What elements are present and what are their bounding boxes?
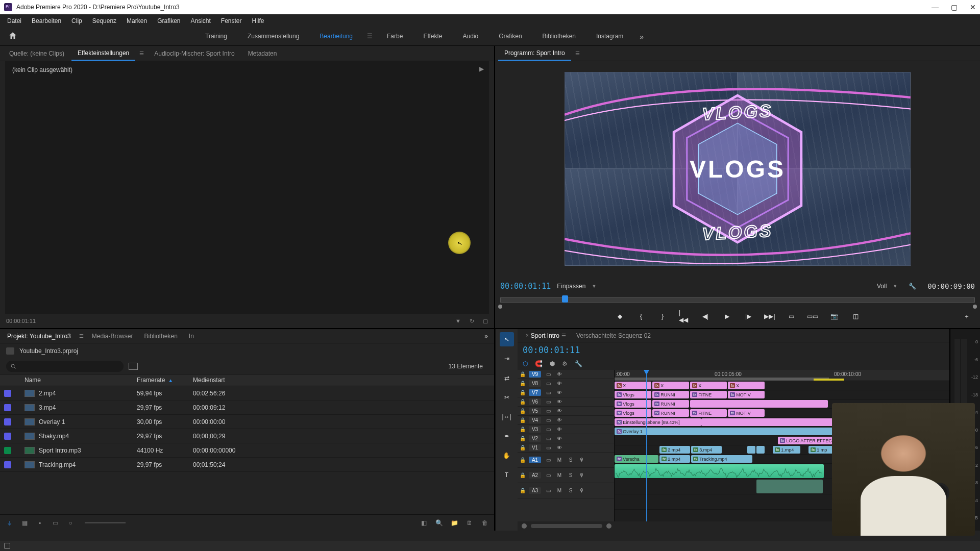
video-track-header[interactable]: 🔒V4▭👁	[518, 416, 614, 425]
step-forward-button[interactable]: |▶	[743, 311, 753, 321]
ripple-tool[interactable]: ⇄	[500, 371, 514, 385]
toggle-output-icon[interactable]: 👁	[555, 371, 564, 377]
tab-programm[interactable]: Programm: Sport Intro	[498, 46, 571, 61]
tab-bibliotheken[interactable]: Bibliotheken	[139, 330, 182, 342]
sync-lock-icon[interactable]: ▭	[544, 445, 552, 450]
sort-icon[interactable]: ▭	[51, 519, 59, 527]
voice-icon[interactable]: 🎙	[578, 472, 586, 478]
track-name[interactable]: V2	[529, 435, 541, 442]
video-track-header[interactable]: 🔒V5▭👁	[518, 407, 614, 416]
sync-lock-icon[interactable]: ▭	[544, 417, 552, 423]
track-name[interactable]: V6	[529, 398, 541, 405]
project-row[interactable]: Shaky.mp4 29,97 fps 00;00;00;29	[0, 429, 494, 443]
tab-in[interactable]: In	[184, 330, 199, 342]
video-track-header[interactable]: 🔒V1▭👁	[518, 443, 614, 453]
lock-icon[interactable]: 🔒	[520, 371, 526, 377]
lock-icon[interactable]: 🔒	[520, 427, 526, 432]
timeline-clip[interactable]	[756, 446, 765, 454]
sync-lock-icon[interactable]: ▭	[544, 472, 552, 478]
playhead-handle[interactable]	[562, 295, 568, 303]
video-track-header[interactable]: 🔒V9▭👁	[518, 370, 614, 379]
export-icon[interactable]: ▢	[483, 318, 488, 324]
toggle-output-icon[interactable]: 👁	[555, 427, 564, 432]
label-chip[interactable]	[4, 461, 11, 468]
project-row[interactable]: 3.mp4 29,97 fps 00:00:09:12	[0, 400, 494, 415]
program-monitor[interactable]: VLOGS VLOGS VLOGS	[495, 61, 980, 276]
video-track-header[interactable]: 🔒V2▭👁	[518, 434, 614, 443]
icon-view-icon[interactable]: ▦	[20, 519, 29, 527]
timeline-clip[interactable]	[701, 418, 844, 426]
mute-button[interactable]: M	[555, 472, 564, 478]
settings-icon[interactable]: 🔧	[909, 283, 916, 290]
toggle-output-icon[interactable]: 👁	[555, 381, 564, 386]
timeline-clip[interactable]: fxTracking.mp4	[691, 455, 752, 463]
snap-icon[interactable]: ⬡	[523, 360, 528, 367]
extract-button[interactable]: ▭▭	[807, 311, 818, 321]
timeline-clip[interactable]: fxFITNE	[690, 409, 727, 417]
col-medienstart[interactable]: Medienstart	[193, 377, 264, 384]
workspace-bearbeitung[interactable]: Bearbeitung	[310, 29, 362, 45]
video-track-header[interactable]: 🔒V7▭👁	[518, 388, 614, 397]
mute-button[interactable]: M	[555, 457, 564, 463]
toggle-output-icon[interactable]: 👁	[555, 390, 564, 395]
toggle-output-icon[interactable]: 👁	[555, 399, 564, 405]
work-area-bar[interactable]	[615, 378, 829, 381]
workspace-bibliotheken[interactable]: Bibliotheken	[533, 29, 585, 45]
timeline-clip[interactable]: fxRUNNI	[652, 400, 689, 408]
workspace-zusammenstellung[interactable]: Zusammenstellung	[238, 29, 308, 45]
track-name[interactable]: V8	[529, 380, 541, 387]
timeline-clip[interactable]: fxRUNNI	[652, 409, 689, 417]
expand-icon[interactable]: ▶	[479, 65, 484, 72]
sync-lock-icon[interactable]: ▭	[544, 371, 552, 377]
video-track-header[interactable]: 🔒V6▭👁	[518, 397, 614, 407]
timeline-clip[interactable]: fxFITNE	[690, 391, 727, 398]
tab-media-browser[interactable]: Media-Browser	[87, 330, 138, 342]
maximize-button[interactable]: ▢	[951, 3, 958, 11]
add-marker-icon[interactable]: ⬢	[550, 360, 555, 367]
timeline-clip[interactable]	[756, 480, 823, 493]
solo-button[interactable]: S	[567, 457, 575, 463]
track-name[interactable]: V3	[529, 426, 541, 433]
video-track-header[interactable]: 🔒V3▭👁	[518, 425, 614, 434]
sync-lock-icon[interactable]: ▭	[544, 390, 552, 395]
tab-metadaten[interactable]: Metadaten	[242, 47, 283, 60]
settings-icon[interactable]: ⚙	[562, 360, 568, 367]
lock-icon[interactable]: 🔒	[520, 417, 526, 423]
automate-icon[interactable]: ◧	[420, 519, 428, 527]
mute-button[interactable]: M	[555, 488, 564, 493]
slip-tool[interactable]: |↔|	[500, 410, 514, 424]
track-select-tool[interactable]: ⇥	[500, 352, 514, 366]
lock-icon[interactable]: 🔒	[520, 390, 526, 395]
tab-effekteinstellungen[interactable]: Effekteinstellungen	[71, 46, 135, 61]
find-icon[interactable]: 🔍	[435, 519, 443, 527]
timeline-clip[interactable]: fxMOTIV	[728, 409, 765, 417]
solo-button[interactable]: S	[567, 472, 575, 478]
type-tool[interactable]: T	[500, 468, 514, 482]
track-lane[interactable]: fxXfxXfxXfxX	[615, 381, 949, 390]
project-row[interactable]: Overlay 1 30,00 fps 00:00:00:00	[0, 415, 494, 429]
zoom-handle-right[interactable]	[606, 523, 611, 529]
lock-icon[interactable]: 🔒	[520, 381, 526, 386]
tab-quelle[interactable]: Quelle: (keine Clips)	[3, 47, 70, 60]
tab-menu-icon[interactable]: ☰	[77, 333, 86, 339]
program-scrubber[interactable]	[500, 295, 975, 306]
workspace-training[interactable]: Training	[196, 29, 236, 45]
minimize-button[interactable]: —	[932, 3, 939, 11]
mark-out-button[interactable]: }	[657, 311, 668, 321]
search-input[interactable]	[6, 361, 124, 372]
sequence-tab-main[interactable]: ×Sport Intro☰	[521, 330, 571, 341]
workspace-grafiken[interactable]: Grafiken	[489, 29, 531, 45]
menu-ansicht[interactable]: Ansicht	[185, 15, 215, 27]
list-view-icon[interactable]: ⏚	[5, 519, 13, 527]
new-item-button[interactable]: 🗎	[465, 519, 474, 527]
loop-icon[interactable]: ↻	[470, 318, 474, 324]
filter-icon[interactable]: ▼	[455, 318, 461, 324]
dropdown-icon[interactable]: ▼	[592, 284, 596, 289]
col-framerate[interactable]: Framerate▲	[137, 377, 193, 384]
workspace-farbe[interactable]: Farbe	[378, 29, 412, 45]
track-name[interactable]: V7	[529, 389, 541, 396]
play-button[interactable]: ▶	[722, 311, 732, 321]
sync-lock-icon[interactable]: ▭	[544, 408, 552, 414]
menu-grafiken[interactable]: Grafiken	[152, 15, 185, 27]
lock-icon[interactable]: 🔒	[520, 457, 526, 463]
